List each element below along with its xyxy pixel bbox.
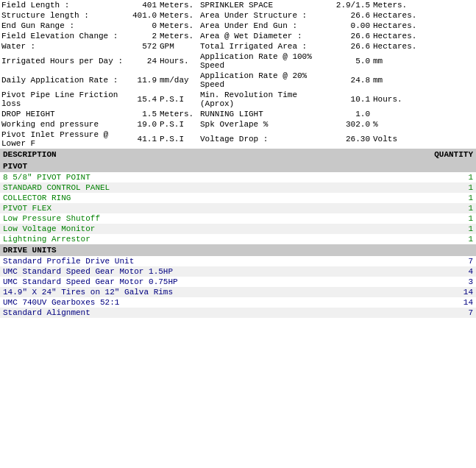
left-label: Structure length : <box>0 10 125 21</box>
right-value: 5.0 <box>331 52 372 71</box>
spec-row: DROP HEIGHT 1.5 Meters. RUNNING LIGHT 1.… <box>0 109 476 119</box>
right-value: 302.0 <box>331 119 372 130</box>
right-label: Total Irrigated Area : <box>199 41 331 52</box>
spec-row: Field Length : 401 Meters. SPRINKLER SPA… <box>0 0 476 10</box>
section-header-0: PIVOT <box>0 160 476 172</box>
list-item: Lightning Arrestor 1 <box>0 234 476 244</box>
right-value: 24.8 <box>331 71 372 90</box>
right-value: 10.1 <box>331 90 372 109</box>
item-quantity: 1 <box>382 182 476 193</box>
item-description: STANDARD CONTROL PANEL <box>0 182 382 193</box>
list-item: Standard Profile Drive Unit 7 <box>0 256 476 266</box>
item-description: Low Voltage Monitor <box>0 224 382 234</box>
right-unit: Hectares. <box>372 21 476 31</box>
left-label: DROP HEIGHT <box>0 109 125 119</box>
left-unit: P.S.I <box>158 90 199 109</box>
right-label: Area @ Wet Diameter : <box>199 31 331 41</box>
left-unit: Meters. <box>158 10 199 21</box>
left-value: 24 <box>125 52 158 71</box>
item-quantity: 14 <box>382 287 476 297</box>
item-description: UMC Standard Speed Gear Motor 0.75HP <box>0 277 382 287</box>
left-label: End Gun Range : <box>0 21 125 31</box>
left-value: 1.5 <box>125 109 158 119</box>
item-description: UMC Standard Speed Gear Motor 1.5HP <box>0 266 382 277</box>
list-item: 14.9" X 24" Tires on 12" Galva Rims 14 <box>0 287 476 297</box>
left-unit: mm/day <box>158 71 199 90</box>
right-unit: Hectares. <box>372 41 476 52</box>
right-label: Min. Revolution Time (Aprox) <box>199 90 331 109</box>
list-item: STANDARD CONTROL PANEL 1 <box>0 182 476 193</box>
right-label: Area Under End Gun : <box>199 21 331 31</box>
item-quantity: 1 <box>382 213 476 224</box>
spec-row: Field Elevation Change : 2 Meters. Area … <box>0 31 476 41</box>
item-description: Standard Profile Drive Unit <box>0 256 382 266</box>
right-label: Application Rate @ 100% Speed <box>199 52 331 71</box>
left-label: Water : <box>0 41 125 52</box>
spec-row: Water : 572 GPM Total Irrigated Area : 2… <box>0 41 476 52</box>
item-quantity: 1 <box>382 172 476 182</box>
list-item: Standard Alignment 7 <box>0 308 476 318</box>
item-quantity: 3 <box>382 277 476 287</box>
list-item: Low Pressure Shutoff 1 <box>0 213 476 224</box>
left-unit: P.S.I <box>158 130 199 149</box>
right-unit: mm <box>372 52 476 71</box>
list-item: UMC Standard Speed Gear Motor 1.5HP 4 <box>0 266 476 277</box>
left-value: 2 <box>125 31 158 41</box>
spec-row: Structure length : 401.0 Meters. Area Un… <box>0 10 476 21</box>
left-value: 572 <box>125 41 158 52</box>
item-quantity: 14 <box>382 297 476 308</box>
right-unit: Hours. <box>372 90 476 109</box>
right-unit: mm <box>372 71 476 90</box>
left-label: Pivot Inlet Pressure @ Lower F <box>0 130 125 149</box>
item-quantity: 7 <box>382 308 476 318</box>
spec-row: Daily Application Rate : 11.9 mm/day App… <box>0 71 476 90</box>
left-label: Working end pressure <box>0 119 125 130</box>
right-label: Voltage Drop : <box>199 130 331 149</box>
list-item: UMC Standard Speed Gear Motor 0.75HP 3 <box>0 277 476 287</box>
left-label: Field Length : <box>0 0 125 10</box>
item-quantity: 7 <box>382 256 476 266</box>
item-description: COLLECTOR RING <box>0 193 382 203</box>
item-description: 14.9" X 24" Tires on 12" Galva Rims <box>0 287 382 297</box>
right-unit: Volts <box>372 130 476 149</box>
left-value: 0 <box>125 21 158 31</box>
right-unit: Hectares. <box>372 31 476 41</box>
spec-row: Irrigated Hours per Day : 24 Hours. Appl… <box>0 52 476 71</box>
left-label: Field Elevation Change : <box>0 31 125 41</box>
left-label: Irrigated Hours per Day : <box>0 52 125 71</box>
right-unit: Hectares. <box>372 10 476 21</box>
right-value: 0.00 <box>331 21 372 31</box>
left-value: 15.4 <box>125 90 158 109</box>
item-description: Standard Alignment <box>0 308 382 318</box>
description-header: DESCRIPTION <box>0 149 382 160</box>
list-item: 8 5/8" PIVOT POINT 1 <box>0 172 476 182</box>
left-value: 41.1 <box>125 130 158 149</box>
left-label: Daily Application Rate : <box>0 71 125 90</box>
list-item: COLLECTOR RING 1 <box>0 193 476 203</box>
bom-header-row: DESCRIPTION QUANTITY <box>0 149 476 160</box>
right-unit: % <box>372 119 476 130</box>
right-value: 26.6 <box>331 10 372 21</box>
list-item: Low Voltage Monitor 1 <box>0 224 476 234</box>
right-label: RUNNING LIGHT <box>199 109 331 119</box>
item-description: Lightning Arrestor <box>0 234 382 244</box>
right-label: Application Rate @ 20% Speed <box>199 71 331 90</box>
section-name: PIVOT <box>0 160 476 172</box>
section-name: DRIVE UNITS <box>0 244 476 256</box>
right-unit: Meters. <box>372 0 476 10</box>
item-quantity: 1 <box>382 193 476 203</box>
right-value: 26.6 <box>331 31 372 41</box>
item-description: UMC 740UV Gearboxes 52:1 <box>0 297 382 308</box>
right-value: 2.9/1.5 <box>331 0 372 10</box>
left-value: 401.0 <box>125 10 158 21</box>
right-value: 1.0 <box>331 109 372 119</box>
left-unit: Meters. <box>158 109 199 119</box>
left-value: 11.9 <box>125 71 158 90</box>
left-value: 19.0 <box>125 119 158 130</box>
list-item: UMC 740UV Gearboxes 52:1 14 <box>0 297 476 308</box>
right-value: 26.30 <box>331 130 372 149</box>
left-unit: GPM <box>158 41 199 52</box>
right-unit <box>372 109 476 119</box>
left-unit: Meters. <box>158 0 199 10</box>
spec-row: End Gun Range : 0 Meters. Area Under End… <box>0 21 476 31</box>
